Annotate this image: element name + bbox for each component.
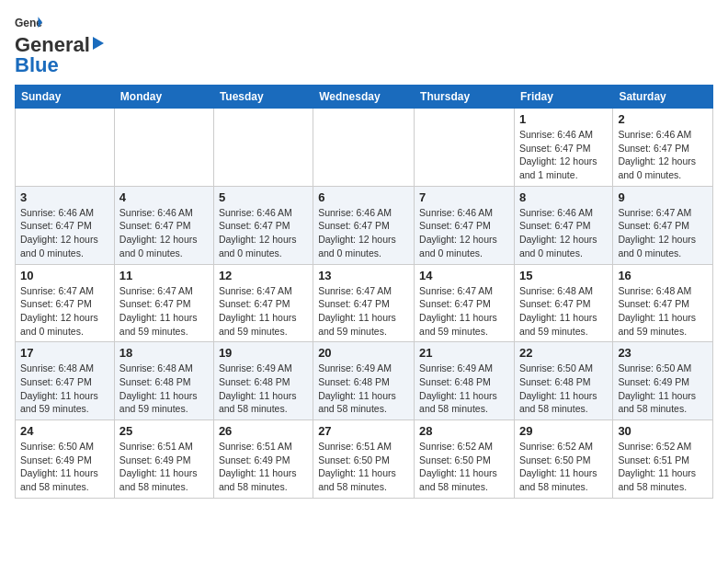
calendar-cell: 17Sunrise: 6:48 AM Sunset: 6:47 PM Dayli…	[16, 342, 115, 420]
day-info: Sunrise: 6:47 AM Sunset: 6:47 PM Dayligh…	[119, 284, 209, 339]
column-header-saturday: Saturday	[613, 86, 713, 109]
day-info: Sunrise: 6:47 AM Sunset: 6:47 PM Dayligh…	[318, 284, 409, 339]
day-info: Sunrise: 6:46 AM Sunset: 6:47 PM Dayligh…	[119, 206, 209, 260]
day-info: Sunrise: 6:51 AM Sunset: 6:50 PM Dayligh…	[318, 440, 409, 494]
day-info: Sunrise: 6:48 AM Sunset: 6:47 PM Dayligh…	[519, 284, 608, 339]
day-number: 24	[20, 424, 109, 438]
day-number: 17	[20, 346, 109, 360]
day-number: 22	[519, 346, 608, 360]
day-info: Sunrise: 6:47 AM Sunset: 6:47 PM Dayligh…	[219, 284, 308, 339]
day-number: 15	[519, 269, 608, 282]
calendar-cell: 29Sunrise: 6:52 AM Sunset: 6:50 PM Dayli…	[514, 420, 612, 499]
day-info: Sunrise: 6:51 AM Sunset: 6:49 PM Dayligh…	[119, 440, 209, 494]
calendar-cell: 10Sunrise: 6:47 AM Sunset: 6:47 PM Dayli…	[16, 264, 115, 342]
logo-blue: Blue	[15, 53, 59, 77]
day-number: 26	[219, 424, 308, 438]
calendar-cell	[313, 109, 415, 187]
calendar-cell: 28Sunrise: 6:52 AM Sunset: 6:50 PM Dayli…	[415, 420, 515, 499]
day-number: 23	[618, 346, 708, 360]
header-row: SundayMondayTuesdayWednesdayThursdayFrid…	[16, 86, 713, 109]
day-info: Sunrise: 6:52 AM Sunset: 6:50 PM Dayligh…	[519, 440, 608, 494]
page-header: General General Blue	[15, 15, 713, 77]
day-number: 27	[318, 424, 409, 438]
logo: General General Blue	[15, 15, 107, 77]
day-number: 30	[618, 424, 708, 438]
day-info: Sunrise: 6:47 AM Sunset: 6:47 PM Dayligh…	[20, 284, 109, 339]
calendar-cell	[415, 109, 515, 187]
calendar-cell: 8Sunrise: 6:46 AM Sunset: 6:47 PM Daylig…	[514, 186, 612, 264]
day-number: 3	[20, 190, 109, 204]
calendar-cell: 21Sunrise: 6:49 AM Sunset: 6:48 PM Dayli…	[415, 342, 515, 420]
day-number: 5	[219, 190, 308, 204]
day-number: 29	[519, 424, 608, 438]
calendar-cell: 12Sunrise: 6:47 AM Sunset: 6:47 PM Dayli…	[213, 264, 313, 342]
week-row-5: 24Sunrise: 6:50 AM Sunset: 6:49 PM Dayli…	[16, 420, 713, 499]
calendar-cell: 25Sunrise: 6:51 AM Sunset: 6:49 PM Dayli…	[114, 420, 213, 499]
calendar-cell: 19Sunrise: 6:49 AM Sunset: 6:48 PM Dayli…	[213, 342, 313, 420]
logo-icon: General	[15, 15, 42, 31]
day-number: 10	[20, 269, 109, 282]
calendar-cell: 26Sunrise: 6:51 AM Sunset: 6:49 PM Dayli…	[213, 420, 313, 499]
calendar-cell: 24Sunrise: 6:50 AM Sunset: 6:49 PM Dayli…	[16, 420, 115, 499]
calendar-cell: 14Sunrise: 6:47 AM Sunset: 6:47 PM Dayli…	[415, 264, 515, 342]
column-header-monday: Monday	[114, 86, 213, 109]
calendar-cell: 7Sunrise: 6:46 AM Sunset: 6:47 PM Daylig…	[415, 186, 515, 264]
column-header-thursday: Thursday	[415, 86, 515, 109]
day-number: 6	[318, 190, 409, 204]
calendar-cell: 11Sunrise: 6:47 AM Sunset: 6:47 PM Dayli…	[114, 264, 213, 342]
day-number: 11	[119, 269, 209, 282]
calendar-cell: 16Sunrise: 6:48 AM Sunset: 6:47 PM Dayli…	[613, 264, 713, 342]
logo-arrow-icon	[91, 35, 106, 52]
day-number: 19	[219, 346, 308, 360]
calendar-cell	[16, 109, 115, 187]
day-number: 13	[318, 269, 409, 282]
day-info: Sunrise: 6:49 AM Sunset: 6:48 PM Dayligh…	[419, 362, 509, 416]
calendar-cell: 3Sunrise: 6:46 AM Sunset: 6:47 PM Daylig…	[16, 186, 115, 264]
calendar-cell: 22Sunrise: 6:50 AM Sunset: 6:48 PM Dayli…	[514, 342, 612, 420]
calendar-cell: 2Sunrise: 6:46 AM Sunset: 6:47 PM Daylig…	[613, 109, 713, 187]
day-info: Sunrise: 6:48 AM Sunset: 6:47 PM Dayligh…	[20, 362, 109, 416]
day-info: Sunrise: 6:46 AM Sunset: 6:47 PM Dayligh…	[618, 128, 708, 182]
day-number: 8	[519, 190, 608, 204]
day-info: Sunrise: 6:50 AM Sunset: 6:48 PM Dayligh…	[519, 362, 608, 416]
svg-marker-2	[93, 37, 104, 50]
week-row-2: 3Sunrise: 6:46 AM Sunset: 6:47 PM Daylig…	[16, 186, 713, 264]
week-row-4: 17Sunrise: 6:48 AM Sunset: 6:47 PM Dayli…	[16, 342, 713, 420]
column-header-tuesday: Tuesday	[213, 86, 313, 109]
day-number: 18	[119, 346, 209, 360]
day-number: 12	[219, 269, 308, 282]
day-number: 25	[119, 424, 209, 438]
calendar-cell: 4Sunrise: 6:46 AM Sunset: 6:47 PM Daylig…	[114, 186, 213, 264]
week-row-1: 1Sunrise: 6:46 AM Sunset: 6:47 PM Daylig…	[16, 109, 713, 187]
day-info: Sunrise: 6:48 AM Sunset: 6:48 PM Dayligh…	[119, 362, 209, 416]
calendar-cell: 9Sunrise: 6:47 AM Sunset: 6:47 PM Daylig…	[613, 186, 713, 264]
day-number: 1	[519, 112, 608, 126]
calendar-cell: 27Sunrise: 6:51 AM Sunset: 6:50 PM Dayli…	[313, 420, 415, 499]
day-info: Sunrise: 6:52 AM Sunset: 6:51 PM Dayligh…	[618, 440, 708, 494]
day-number: 16	[618, 269, 708, 282]
calendar-cell: 18Sunrise: 6:48 AM Sunset: 6:48 PM Dayli…	[114, 342, 213, 420]
day-number: 9	[618, 190, 708, 204]
calendar-table: SundayMondayTuesdayWednesdayThursdayFrid…	[15, 85, 713, 499]
day-number: 28	[419, 424, 509, 438]
day-info: Sunrise: 6:46 AM Sunset: 6:47 PM Dayligh…	[20, 206, 109, 260]
day-number: 2	[618, 112, 708, 126]
calendar-cell: 1Sunrise: 6:46 AM Sunset: 6:47 PM Daylig…	[514, 109, 612, 187]
day-info: Sunrise: 6:46 AM Sunset: 6:47 PM Dayligh…	[419, 206, 509, 260]
calendar-cell: 6Sunrise: 6:46 AM Sunset: 6:47 PM Daylig…	[313, 186, 415, 264]
day-info: Sunrise: 6:49 AM Sunset: 6:48 PM Dayligh…	[318, 362, 409, 416]
day-info: Sunrise: 6:50 AM Sunset: 6:49 PM Dayligh…	[618, 362, 708, 416]
day-info: Sunrise: 6:47 AM Sunset: 6:47 PM Dayligh…	[419, 284, 509, 339]
day-info: Sunrise: 6:48 AM Sunset: 6:47 PM Dayligh…	[618, 284, 708, 339]
calendar-cell: 15Sunrise: 6:48 AM Sunset: 6:47 PM Dayli…	[514, 264, 612, 342]
calendar-cell: 20Sunrise: 6:49 AM Sunset: 6:48 PM Dayli…	[313, 342, 415, 420]
column-header-friday: Friday	[514, 86, 612, 109]
day-number: 21	[419, 346, 509, 360]
calendar-cell: 5Sunrise: 6:46 AM Sunset: 6:47 PM Daylig…	[213, 186, 313, 264]
calendar-cell	[114, 109, 213, 187]
day-info: Sunrise: 6:46 AM Sunset: 6:47 PM Dayligh…	[318, 206, 409, 260]
calendar-cell: 30Sunrise: 6:52 AM Sunset: 6:51 PM Dayli…	[613, 420, 713, 499]
calendar-cell	[213, 109, 313, 187]
day-number: 14	[419, 269, 509, 282]
day-info: Sunrise: 6:47 AM Sunset: 6:47 PM Dayligh…	[618, 206, 708, 260]
